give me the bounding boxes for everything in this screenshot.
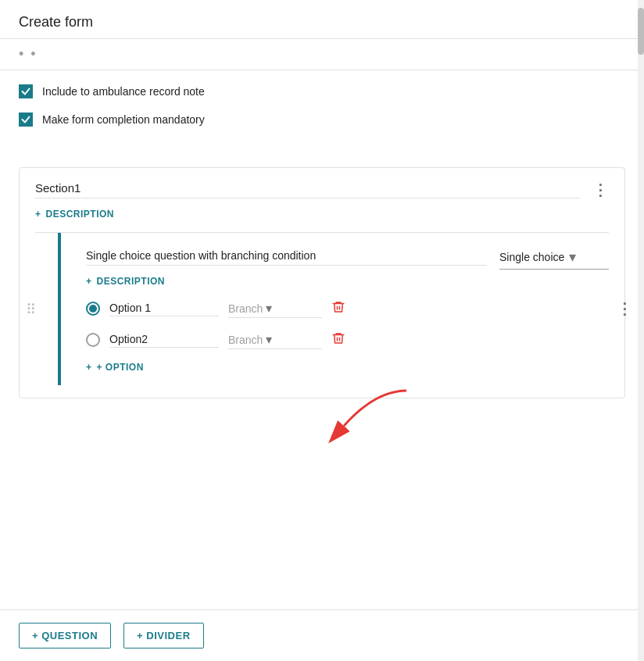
top-bar: • • [0,39,644,70]
add-option-plus: + [86,362,92,373]
add-option-text: + OPTION [97,362,144,373]
page-title: Create form [19,14,625,30]
checkbox-mandatory-label: Make form completion mandatory [42,113,205,126]
question-type-label: Single choice [499,251,564,263]
radio-option2[interactable] [86,333,100,347]
option-row-1: Branch ▾ ⋮ [86,299,609,318]
top-bar-indicator: • • [19,46,38,63]
section-more-icon[interactable]: ⋮ [592,180,609,199]
page-container: Create form • • Include to ambulance rec… [0,0,644,661]
question-top-row: Single choice ▾ [86,245,609,270]
branch-select-2[interactable]: Branch ▾ [228,330,322,349]
question-type-dropdown-arrow: ▾ [569,248,576,266]
question-description-text: DESCRIPTION [97,276,166,287]
section-card: Section1 ⋮ + DESCRIPTION ⠿ Single [19,167,625,398]
question-title-input[interactable] [86,249,487,266]
checkbox-row-1: Include to ambulance record note [19,84,625,98]
checkboxes-section: Include to ambulance record note Make fo… [0,70,644,155]
option2-text-input[interactable] [109,333,219,348]
question-block: Single choice ▾ + DESCRIPTION [58,233,624,385]
checkbox-mandatory[interactable] [19,113,33,127]
scrollbar-thumb[interactable] [638,8,644,55]
drag-handle[interactable]: ⠿ [20,233,42,385]
section-description-icon: + [35,209,41,220]
scrollbar[interactable] [638,0,644,661]
add-option-link[interactable]: + + OPTION [86,362,609,373]
delete-option1-icon[interactable] [331,300,345,318]
checkbox-ambulance[interactable] [19,84,33,98]
delete-option2-icon[interactable] [331,331,345,349]
bottom-bar: + QUESTION + DIVIDER [0,609,644,661]
main-content: Section1 ⋮ + DESCRIPTION ⠿ Single [0,155,644,423]
option1-more-icon[interactable]: ⋮ [617,299,632,318]
option1-text-input[interactable] [109,302,219,316]
section-header: Section1 ⋮ [20,168,624,205]
branch-select-1[interactable]: Branch ▾ [228,299,322,318]
branch-dropdown-arrow-1: ▾ [266,301,272,316]
branch-dropdown-arrow-2: ▾ [266,332,272,347]
branch-label-1: Branch [228,302,263,315]
question-description-plus: + [86,276,92,287]
add-question-button[interactable]: + QUESTION [19,623,111,648]
form-header: Create form [0,0,644,39]
question-description-link[interactable]: + DESCRIPTION [86,276,609,287]
add-divider-button[interactable]: + DIVIDER [123,623,203,648]
section-description-label: DESCRIPTION [46,209,115,220]
radio-option1[interactable] [86,302,100,316]
section-add-description[interactable]: + DESCRIPTION [20,205,624,232]
question-type-select[interactable]: Single choice ▾ [499,245,609,270]
checkbox-row-2: Make form completion mandatory [19,113,625,127]
option-row-2: Branch ▾ [86,330,609,349]
section-title: Section1 [35,181,580,198]
options-list: Branch ▾ ⋮ [86,299,609,349]
branch-label-2: Branch [228,334,263,346]
checkbox-ambulance-label: Include to ambulance record note [42,85,205,98]
